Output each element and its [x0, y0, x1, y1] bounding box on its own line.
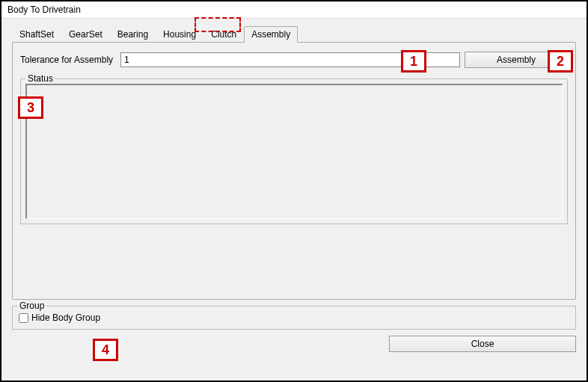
tab-housing[interactable]: Housing	[156, 26, 203, 42]
close-button[interactable]: Close	[389, 336, 576, 352]
dialog-footer: Close	[12, 330, 576, 352]
tab-clutch[interactable]: Clutch	[203, 26, 244, 42]
dialog-content: ShaftSet GearSet Bearing Housing Clutch …	[1, 19, 587, 381]
hide-body-group-label: Hide Body Group	[31, 312, 100, 323]
tolerance-row: Tolerance for Assembly Assembly	[20, 52, 568, 68]
tab-shaftset[interactable]: ShaftSet	[12, 26, 61, 42]
tolerance-label: Tolerance for Assembly	[20, 55, 116, 65]
tolerance-input[interactable]	[120, 52, 460, 67]
tab-bar: ShaftSet GearSet Bearing Housing Clutch …	[12, 26, 576, 42]
dialog-window: Body To Drivetrain ShaftSet GearSet Bear…	[0, 0, 588, 382]
tab-assembly[interactable]: Assembly	[244, 26, 298, 43]
tab-bearing[interactable]: Bearing	[110, 26, 156, 42]
window-title: Body To Drivetrain	[1, 1, 587, 19]
status-label: Status	[25, 73, 55, 84]
hide-body-group-row[interactable]: Hide Body Group	[19, 312, 569, 323]
assembly-button[interactable]: Assembly	[465, 52, 568, 68]
tab-gearset[interactable]: GearSet	[61, 26, 110, 42]
group-label: Group	[17, 301, 46, 311]
panel-spacer	[20, 224, 568, 292]
status-fieldset: Status	[20, 78, 568, 224]
group-fieldset: Group Hide Body Group	[12, 306, 576, 330]
hide-body-group-checkbox[interactable]	[19, 313, 28, 323]
assembly-tab-panel: Tolerance for Assembly Assembly Status	[12, 42, 576, 300]
status-output	[25, 84, 563, 219]
